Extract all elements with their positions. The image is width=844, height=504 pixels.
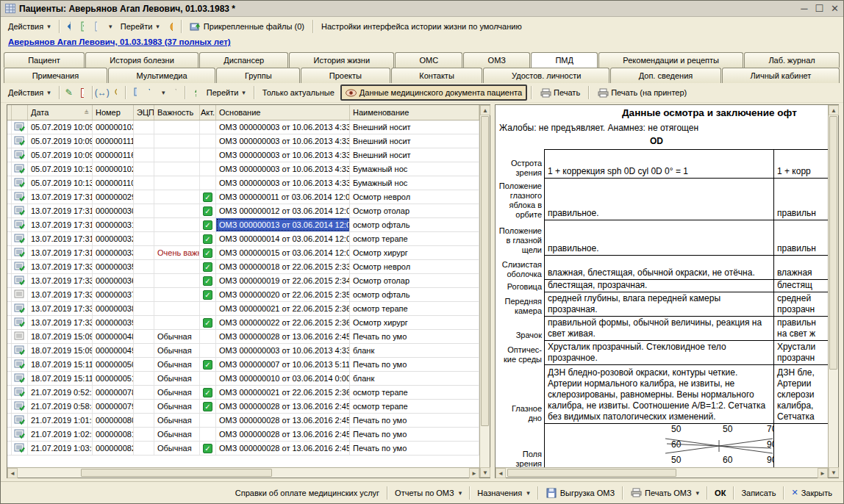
grid-horizontal-scrollbar[interactable]: ◄ ► bbox=[7, 467, 479, 478]
table-row[interactable]: 18.07.2019 15:09:51000000049ОбычнаяОМЗ 0… bbox=[7, 344, 479, 358]
refresh-list-icon[interactable] bbox=[189, 87, 201, 98]
filter-set-icon[interactable] bbox=[129, 87, 141, 98]
maximize-button[interactable]: ☐ bbox=[815, 4, 823, 14]
tab-доп-сведения[interactable]: Доп. сведения bbox=[610, 68, 721, 83]
actions-menu-button[interactable]: Действия bbox=[4, 20, 55, 33]
scroll-thumb[interactable] bbox=[81, 469, 272, 477]
prescriptions-button[interactable]: Назначения bbox=[472, 486, 535, 500]
table-row[interactable]: 21.07.2019 1:02:51000000081ОбычнаяОМЗ 00… bbox=[7, 428, 479, 442]
minimize-button[interactable]: ─ bbox=[801, 4, 807, 14]
scroll-right-arrow[interactable]: ► bbox=[818, 468, 828, 478]
grid-vertical-scrollbar[interactable]: ▲ ▼ bbox=[479, 105, 490, 478]
column-header-3[interactable]: ЭЦП bbox=[134, 105, 154, 120]
table-row[interactable]: 18.07.2019 15:09:25000000048ОбычнаяОМЗ 0… bbox=[7, 330, 479, 344]
table-row[interactable]: 13.07.2019 17:33:47000000035✓ОМЗ 0000000… bbox=[7, 260, 479, 274]
doc-vertical-scrollbar[interactable]: ▲ ▼ bbox=[828, 105, 838, 478]
tab-омз[interactable]: ОМЗ bbox=[463, 52, 530, 68]
attached-files-button[interactable]: Прикрепленные файлы (0) bbox=[185, 18, 309, 35]
table-row[interactable]: 21.07.2019 0:58:47000000079Обычная✓ОМЗ 0… bbox=[7, 400, 479, 414]
doc-data-toggle-button[interactable]: Данные медицинского документа пациента bbox=[340, 84, 527, 101]
omz-print-button[interactable]: Печать ОМЗ bbox=[625, 484, 704, 502]
doc-actions-menu-button[interactable]: Действия bbox=[4, 86, 55, 99]
tab-группы[interactable]: Группы bbox=[216, 68, 300, 83]
goto-menu-button[interactable]: Перейти bbox=[116, 20, 164, 33]
scroll-left-arrow[interactable]: ◄ bbox=[496, 468, 506, 478]
scroll-thumb[interactable] bbox=[507, 469, 676, 477]
table-row[interactable]: 21.07.2019 1:03:58000000082Обычная✓ОМЗ 0… bbox=[7, 442, 479, 456]
tab-примечания[interactable]: Примечания bbox=[4, 68, 107, 83]
table-row[interactable]: 05.07.2019 10:13:46000000102ОМЗ 00000000… bbox=[7, 162, 479, 176]
tab-лаб-журнал[interactable]: Лаб. журнал bbox=[744, 52, 840, 68]
close-form-button[interactable]: ✕ Закрыть bbox=[786, 485, 837, 500]
scroll-thumb[interactable] bbox=[829, 116, 837, 370]
table-row[interactable]: 21.07.2019 1:01:56000000080ОбычнаяОМЗ 00… bbox=[7, 414, 479, 428]
column-header-4[interactable]: Важность bbox=[154, 105, 200, 120]
tab-мультимедиа[interactable]: Мультимедиа bbox=[108, 68, 215, 83]
help-icon[interactable]: ? bbox=[165, 21, 177, 32]
doc-goto-menu-button[interactable]: Перейти bbox=[202, 86, 250, 99]
scroll-up-arrow[interactable]: ▲ bbox=[480, 105, 490, 115]
interface-settings-button[interactable]: Настройки интерфейса истории жизни по ум… bbox=[317, 20, 526, 33]
export-document-icon[interactable] bbox=[103, 21, 115, 32]
filter-history-icon[interactable] bbox=[156, 87, 168, 98]
patient-link[interactable]: Аверьянов Агап Левович, 01.03.1983 (37 п… bbox=[8, 37, 231, 46]
table-row[interactable]: 13.07.2019 17:33:47000000037✓ОМЗ 0000000… bbox=[7, 288, 479, 302]
column-width-icon[interactable]: (↔) bbox=[96, 87, 108, 98]
filter-clear-icon[interactable] bbox=[169, 87, 181, 98]
find-icon[interactable] bbox=[110, 87, 121, 98]
table-row[interactable]: 05.07.2019 10:13:46000000110ОМЗ 00000000… bbox=[7, 176, 479, 190]
table-row[interactable]: 18.07.2019 15:11:50000000051ОбычнаяОМЗ 0… bbox=[7, 372, 479, 386]
tab-диспансер[interactable]: Диспансер bbox=[199, 52, 288, 68]
scroll-thumb[interactable] bbox=[481, 116, 489, 426]
tab-пмд[interactable]: ПМД bbox=[531, 52, 598, 68]
ok-button[interactable]: ОК bbox=[709, 486, 731, 500]
table-row[interactable]: 18.07.2019 15:11:24000000050Обычная✓ОМЗ … bbox=[7, 358, 479, 372]
omz-reports-button[interactable]: Отчеты по ОМЗ bbox=[390, 486, 467, 500]
tab-пациент[interactable]: Пациент bbox=[4, 52, 85, 68]
only-actual-button[interactable]: Только актуальные bbox=[258, 86, 339, 99]
reread-icon[interactable] bbox=[63, 21, 75, 32]
column-header-6[interactable]: Основание bbox=[216, 105, 350, 120]
filter-settings-icon[interactable] bbox=[143, 87, 154, 98]
table-row[interactable]: 21.07.2019 0:52:22000000078Обычная✓ОМЗ 0… bbox=[7, 386, 479, 400]
close-button[interactable]: ✕ bbox=[831, 4, 839, 14]
save-button[interactable]: Записать bbox=[736, 486, 781, 500]
table-row[interactable]: 05.07.2019 10:09:21000000103ОМЗ 00000000… bbox=[7, 120, 479, 134]
scroll-down-arrow[interactable]: ▼ bbox=[829, 467, 839, 478]
omz-export-button[interactable]: Выгрузка ОМЗ bbox=[540, 484, 620, 502]
table-row[interactable]: 13.07.2019 17:33:48000000038ОМЗ 00000002… bbox=[7, 302, 479, 316]
tab-проекты[interactable]: Проекты bbox=[301, 68, 390, 83]
table-row[interactable]: 13.07.2019 17:33:47000000036✓ОМЗ 0000000… bbox=[7, 274, 479, 288]
scroll-up-arrow[interactable]: ▲ bbox=[829, 105, 839, 115]
column-header-1[interactable]: Дата≜ bbox=[28, 105, 93, 120]
refresh-icon[interactable] bbox=[76, 21, 88, 32]
tab-контакты[interactable]: Контакты bbox=[391, 68, 483, 83]
edit-pencil-icon[interactable]: ✎ bbox=[63, 87, 75, 98]
print-button[interactable]: Печать bbox=[535, 84, 584, 101]
scroll-down-arrow[interactable]: ▼ bbox=[480, 467, 490, 478]
column-header-5[interactable]: Акт. bbox=[200, 105, 216, 120]
scroll-left-arrow[interactable]: ◄ bbox=[7, 468, 18, 478]
table-row[interactable]: 05.07.2019 10:09:21000000116ОМЗ 00000000… bbox=[7, 148, 479, 162]
table-row[interactable]: 13.07.2019 17:31:32000000033Очень важно✓… bbox=[7, 246, 479, 260]
tab-омс[interactable]: ОМС bbox=[395, 52, 462, 68]
tab-личный-кабинет[interactable]: Личный кабинет bbox=[722, 68, 840, 83]
column-header-7[interactable]: Наименование bbox=[350, 105, 479, 120]
column-header-2[interactable]: Номер bbox=[93, 105, 134, 120]
table-row[interactable]: 05.07.2019 10:09:21000000111ОМЗ 00000000… bbox=[7, 134, 479, 148]
tab-история-жизни[interactable]: История жизни bbox=[289, 52, 394, 68]
doc-horizontal-scrollbar[interactable]: ◄ ► bbox=[496, 467, 828, 478]
table-row[interactable]: 13.07.2019 17:33:48000000039✓ОМЗ 0000000… bbox=[7, 316, 479, 330]
tab-рекомендации-и-рецепты[interactable]: Рекомендации и рецепты bbox=[598, 52, 743, 68]
table-row[interactable]: 13.07.2019 17:31:30000000029✓ОМЗ 0000000… bbox=[7, 190, 479, 204]
table-row[interactable]: 13.07.2019 17:31:31000000031✓ОМЗ 0000000… bbox=[7, 218, 479, 232]
table-row[interactable]: 13.07.2019 17:31:30000000030✓ОМЗ 0000000… bbox=[7, 204, 479, 218]
delete-icon[interactable]: ✗ bbox=[76, 87, 88, 98]
print-printer-button[interactable]: Печать (на принтер) bbox=[593, 84, 691, 101]
tab-история-болезни[interactable]: История болезни bbox=[85, 52, 199, 68]
payment-certificates-button[interactable]: Справки об оплате медицинских услуг bbox=[230, 486, 385, 500]
scroll-right-arrow[interactable]: ► bbox=[469, 468, 479, 478]
tab-удостов-личности[interactable]: Удостов. личности bbox=[483, 68, 609, 83]
table-row[interactable]: 13.07.2019 17:31:31000000032✓ОМЗ 0000000… bbox=[7, 232, 479, 246]
new-document-icon[interactable] bbox=[90, 21, 101, 32]
